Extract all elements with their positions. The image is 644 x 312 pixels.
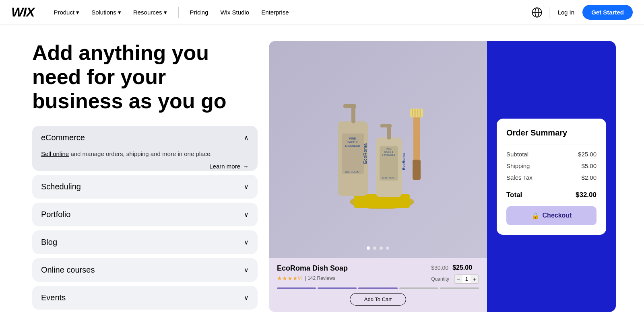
nav-item-solutions[interactable]: Solutions ▾ [87, 6, 126, 19]
accordion: eCommerce ∧ Sell online and manage order… [32, 126, 258, 310]
ecommerce-body-text: and manage orders, shipping and more in … [70, 150, 212, 157]
dot-1[interactable] [367, 246, 370, 250]
chevron-down-icon: ∨ [244, 238, 249, 246]
accordion-header-blog[interactable]: Blog ∨ [32, 230, 258, 254]
product-showcase: EcoRoma PINE SAGE & LAVENDER DISH SOAP E… [269, 41, 487, 312]
progress-bar-5 [440, 287, 479, 289]
order-row-tax: Sales Tax $2.00 [506, 174, 597, 181]
product-illustration: EcoRoma PINE SAGE & LAVENDER DISH SOAP E… [301, 81, 454, 218]
accordion-item-ecommerce: eCommerce ∧ Sell online and manage order… [32, 126, 258, 171]
accordion-header-events[interactable]: Events ∨ [32, 286, 258, 310]
get-started-nav-button[interactable]: Get Started [582, 5, 633, 20]
chevron-down-icon: ▾ [164, 9, 167, 16]
chevron-down-icon: ∨ [244, 211, 249, 218]
navbar: WIX Product ▾ Solutions ▾ Resources ▾ Pr… [0, 0, 644, 25]
nav-right: Log In Get Started [531, 5, 633, 20]
price-new: $25.00 [452, 264, 472, 271]
nav-item-enterprise[interactable]: Enterprise [256, 6, 293, 19]
svg-text:DISH SOAP: DISH SOAP [382, 177, 396, 179]
product-details: EcoRoma Dish Soap ★★★★½ | 142 Reviews [277, 264, 348, 281]
logo[interactable]: WIX [11, 5, 34, 20]
nav-item-resources[interactable]: Resources ▾ [128, 6, 172, 19]
left-panel: Add anything you need for your business … [32, 41, 258, 312]
chevron-down-icon: ▾ [118, 9, 121, 16]
lock-icon: 🔒 [531, 212, 539, 220]
learn-more-link[interactable]: Learn more → [209, 162, 249, 171]
product-image-area: EcoRoma PINE SAGE & LAVENDER DISH SOAP E… [269, 41, 487, 258]
svg-text:PINE: PINE [349, 137, 356, 140]
nav-pricing-label: Pricing [190, 9, 208, 16]
accordion-label-blog: Blog [41, 238, 57, 247]
sell-online-link[interactable]: Sell online [41, 150, 69, 157]
accordion-label-portfolio: Portfolio [41, 210, 70, 219]
globe-icon[interactable] [531, 7, 543, 18]
dot-3[interactable] [380, 246, 383, 250]
svg-text:LAVENDER: LAVENDER [382, 154, 396, 156]
accordion-label-scheduling: Scheduling [41, 182, 81, 191]
dot-indicators [367, 242, 389, 254]
order-summary-panel: Order Summary Subtotal $25.00 Shipping $… [487, 41, 616, 312]
stars: ★★★★½ [277, 275, 303, 281]
login-button[interactable]: Log In [556, 6, 576, 18]
reviews-count: | 142 Reviews [305, 275, 335, 281]
tax-value: $2.00 [581, 174, 597, 181]
chevron-down-icon: ▾ [76, 9, 79, 16]
nav-wixstudio-label: Wix Studio [220, 9, 249, 16]
nav-divider-left [178, 7, 179, 18]
quantity-decrease-button[interactable]: − [454, 275, 462, 283]
quantity-value: 1 [462, 275, 471, 283]
dot-2[interactable] [373, 246, 376, 250]
shipping-label: Shipping [506, 162, 530, 169]
product-info-bar: EcoRoma Dish Soap ★★★★½ | 142 Reviews $3… [269, 258, 487, 312]
hero-title: Add anything you need for your business … [32, 41, 258, 113]
add-to-cart-button[interactable]: Add To Cart [350, 293, 406, 306]
nav-links: Product ▾ Solutions ▾ Resources ▾ Pricin… [49, 6, 531, 19]
price-old: $30.00 [431, 265, 448, 271]
svg-text:SAGE &: SAGE & [384, 151, 393, 153]
nav-item-product[interactable]: Product ▾ [49, 6, 84, 19]
accordion-header-ecommerce[interactable]: eCommerce ∧ [32, 126, 258, 150]
svg-rect-15 [387, 125, 391, 140]
nav-divider-right [549, 7, 549, 18]
chevron-down-icon: ∨ [244, 266, 249, 274]
nav-enterprise-label: Enterprise [261, 9, 289, 16]
chevron-down-icon: ∨ [244, 183, 249, 191]
shipping-value: $5.00 [581, 162, 597, 169]
svg-text:EcoRoma: EcoRoma [402, 153, 406, 170]
svg-text:EcoRoma: EcoRoma [363, 143, 367, 164]
nav-item-pricing[interactable]: Pricing [185, 6, 213, 19]
nav-resources-label: Resources [133, 9, 162, 16]
accordion-header-online-courses[interactable]: Online courses ∨ [32, 258, 258, 282]
svg-text:DISH SOAP: DISH SOAP [345, 170, 360, 173]
chevron-down-icon: ∨ [244, 294, 249, 302]
order-card: Order Summary Subtotal $25.00 Shipping $… [497, 119, 606, 235]
nav-solutions-label: Solutions [91, 9, 116, 16]
accordion-body-ecommerce: Sell online and manage orders, shipping … [32, 150, 258, 168]
quantity-row: Quantity − 1 + [431, 275, 479, 283]
svg-rect-25 [410, 109, 423, 117]
ecommerce-description: Sell online and manage orders, shipping … [41, 150, 249, 159]
accordion-item-portfolio: Portfolio ∨ [32, 203, 258, 226]
progress-bar-3 [358, 287, 397, 289]
accordion-item-blog: Blog ∨ [32, 230, 258, 254]
checkout-button[interactable]: 🔒 Checkout [506, 206, 597, 225]
quantity-increase-button[interactable]: + [471, 275, 479, 283]
learn-more-label: Learn more [209, 162, 240, 171]
order-row-subtotal: Subtotal $25.00 [506, 151, 597, 158]
total-label: Total [506, 191, 522, 199]
accordion-item-events: Events ∨ [32, 286, 258, 310]
order-row-total: Total $32.00 [506, 186, 597, 199]
order-summary-title: Order Summary [506, 128, 597, 144]
accordion-label-events: Events [41, 293, 66, 302]
accordion-header-portfolio[interactable]: Portfolio ∨ [32, 203, 258, 226]
arrow-right-icon: → [243, 162, 249, 171]
price-quantity: $30.00 $25.00 Quantity − 1 + [431, 264, 479, 283]
subtotal-value: $25.00 [578, 151, 597, 158]
accordion-header-scheduling[interactable]: Scheduling ∨ [32, 175, 258, 199]
svg-rect-16 [380, 124, 392, 127]
nav-item-wixstudio[interactable]: Wix Studio [215, 6, 254, 19]
dot-4[interactable] [386, 246, 389, 250]
nav-product-label: Product [54, 9, 74, 16]
total-value: $32.00 [576, 191, 597, 199]
accordion-label-ecommerce: eCommerce [41, 133, 85, 142]
